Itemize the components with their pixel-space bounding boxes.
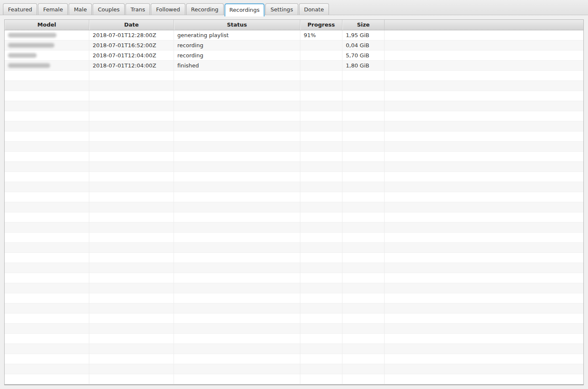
cell-size (342, 202, 385, 212)
tab-trans[interactable]: Trans (126, 3, 150, 15)
cell-status (174, 101, 300, 111)
tab-recordings[interactable]: Recordings (225, 3, 265, 16)
table-row[interactable]: 2018-07-01T12:04:00Zrecording5,70 GiB (5, 51, 583, 61)
cell-filler (385, 324, 583, 334)
cell-progress (300, 293, 342, 303)
cell-status (174, 334, 300, 344)
cell-status (174, 71, 300, 81)
tab-male[interactable]: Male (69, 3, 92, 15)
table-row[interactable]: 2018-07-01T16:52:00Zrecording0,04 GiB (5, 40, 583, 51)
cell-progress (300, 172, 342, 182)
table-header-row: Model Date Status Progress Size (5, 20, 583, 30)
cell-filler (385, 273, 583, 283)
cell-filler (385, 91, 583, 101)
table-row-empty (5, 121, 583, 131)
cell-size (342, 364, 385, 374)
cell-filler (385, 162, 583, 172)
tab-couples[interactable]: Couples (93, 3, 125, 15)
cell-size (342, 283, 385, 293)
cell-date (89, 374, 174, 384)
table-row-empty (5, 131, 583, 142)
cell-status (174, 314, 300, 324)
cell-status (174, 152, 300, 162)
cell-model (5, 162, 89, 172)
cell-filler (385, 131, 583, 142)
table-row-empty (5, 71, 583, 81)
cell-status (174, 273, 300, 283)
tab-recording[interactable]: Recording (186, 3, 224, 15)
blurred-model-name (8, 53, 37, 58)
cell-status: finished (174, 61, 300, 71)
table-row-empty (5, 162, 583, 172)
cell-date (89, 192, 174, 202)
cell-filler (385, 192, 583, 202)
cell-progress (300, 243, 342, 253)
table-row[interactable]: 2018-07-01T12:04:00Zfinished1,80 GiB (5, 61, 583, 71)
cell-status (174, 223, 300, 233)
cell-status (174, 91, 300, 101)
cell-filler (385, 283, 583, 293)
table-row-empty (5, 243, 583, 253)
cell-date: 2018-07-01T12:04:00Z (89, 61, 174, 71)
cell-date (89, 142, 174, 152)
cell-date (89, 243, 174, 253)
cell-status (174, 354, 300, 364)
cell-status (174, 202, 300, 212)
column-header-size[interactable]: Size (342, 20, 385, 30)
cell-date (89, 364, 174, 374)
cell-status (174, 131, 300, 142)
cell-size (342, 142, 385, 152)
tab-donate[interactable]: Donate (299, 3, 329, 15)
tab-featured[interactable]: Featured (3, 3, 37, 15)
blurred-model-name (8, 43, 54, 48)
cell-progress (300, 263, 342, 273)
cell-filler (385, 293, 583, 303)
table-row-empty (5, 283, 583, 293)
cell-model (5, 314, 89, 324)
cell-filler (385, 172, 583, 182)
tab-female[interactable]: Female (38, 3, 68, 15)
table-row[interactable]: 2018-07-01T12:28:00Zgenerating playlist9… (5, 30, 583, 40)
cell-size (342, 303, 385, 314)
tab-settings[interactable]: Settings (265, 3, 298, 15)
tab-followed[interactable]: Followed (151, 3, 185, 15)
cell-date (89, 121, 174, 131)
cell-filler (385, 243, 583, 253)
column-header-date[interactable]: Date (89, 20, 174, 30)
column-header-model[interactable]: Model (5, 20, 89, 30)
cell-size: 0,04 GiB (342, 40, 385, 51)
column-header-status[interactable]: Status (174, 20, 300, 30)
table-row-empty (5, 142, 583, 152)
cell-model (5, 111, 89, 121)
cell-filler (385, 51, 583, 61)
cell-date (89, 162, 174, 172)
table-row-empty (5, 101, 583, 111)
cell-date (89, 212, 174, 223)
cell-progress (300, 182, 342, 192)
table-row-empty (5, 253, 583, 263)
cell-progress (300, 314, 342, 324)
cell-progress (300, 223, 342, 233)
cell-filler (385, 364, 583, 374)
cell-size (342, 172, 385, 182)
cell-filler (385, 303, 583, 314)
cell-model (5, 202, 89, 212)
cell-status: recording (174, 51, 300, 61)
cell-model (5, 344, 89, 354)
table-row-empty (5, 212, 583, 223)
column-header-progress[interactable]: Progress (300, 20, 342, 30)
cell-status (174, 303, 300, 314)
cell-progress (300, 142, 342, 152)
cell-status: generating playlist (174, 30, 300, 40)
cell-status (174, 142, 300, 152)
table-row-empty (5, 334, 583, 344)
cell-size (342, 91, 385, 101)
cell-progress (300, 61, 342, 71)
cell-status (174, 374, 300, 384)
cell-status (174, 121, 300, 131)
table-row-empty (5, 344, 583, 354)
cell-size (342, 334, 385, 344)
cell-progress (300, 162, 342, 172)
cell-size (342, 81, 385, 91)
cell-model (5, 71, 89, 81)
